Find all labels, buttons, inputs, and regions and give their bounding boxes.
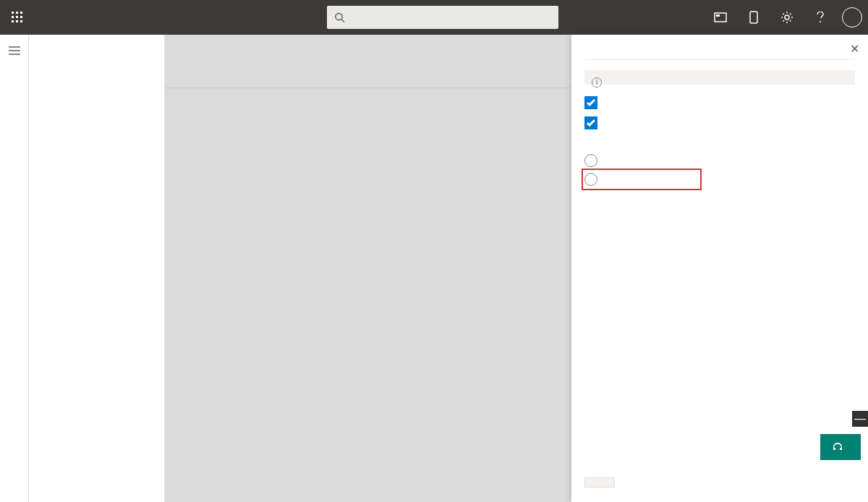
hamburger-icon[interactable] [3,39,26,62]
search-box[interactable] [327,6,558,29]
card-icon[interactable] [709,6,732,29]
checkbox-show-365[interactable] [584,96,855,109]
mobile-icon[interactable] [742,6,765,29]
radio-icon[interactable] [584,173,597,186]
search-input[interactable] [351,12,551,23]
svg-point-15 [820,21,821,22]
svg-rect-3 [12,16,14,18]
svg-rect-1 [16,12,18,14]
svg-rect-2 [20,12,22,14]
avatar[interactable] [842,7,862,27]
checkbox-show-myfeed[interactable] [584,116,855,129]
svg-point-14 [785,15,789,20]
sidebar [29,35,165,502]
close-icon[interactable]: ✕ [850,42,859,56]
news-flyout: ✕ i [571,35,868,502]
svg-rect-5 [20,16,22,18]
svg-rect-13 [750,12,757,23]
svg-line-10 [341,20,344,22]
svg-rect-11 [715,13,726,22]
gutter [0,35,29,502]
headset-icon [832,441,843,453]
settings-icon[interactable] [775,6,799,29]
svg-rect-0 [12,12,14,14]
checkbox-icon[interactable] [584,116,597,129]
svg-rect-6 [12,20,14,22]
info-icon: i [592,77,602,88]
svg-point-9 [336,13,342,20]
radio-myfeed[interactable] [584,154,855,167]
radio-m365[interactable] [584,173,855,186]
help-icon[interactable] [809,6,832,29]
radio-icon[interactable] [584,154,597,167]
minimize-help-icon[interactable]: — [852,411,868,427]
save-button[interactable] [584,477,615,488]
help-support-button[interactable] [820,434,861,460]
svg-rect-8 [20,20,22,22]
flyout-tabs [584,59,855,60]
svg-rect-12 [716,14,720,17]
header-actions [709,6,862,29]
info-banner: i [584,70,855,85]
app-header [0,0,868,35]
waffle-icon[interactable] [6,6,29,29]
search-icon [334,12,345,23]
svg-rect-7 [16,20,18,22]
svg-rect-4 [16,16,18,18]
checkbox-icon[interactable] [584,96,597,109]
